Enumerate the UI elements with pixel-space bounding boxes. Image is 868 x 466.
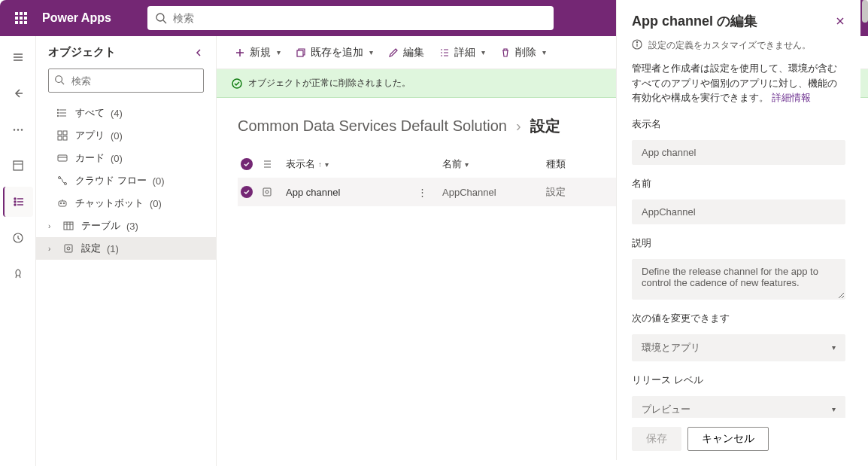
svg-point-19	[17, 129, 18, 130]
type-icon-column	[262, 159, 280, 169]
tree-item-cards[interactable]: カード (0)	[36, 147, 216, 169]
cmd-add-existing[interactable]: 既存を追加 ▾	[290, 41, 379, 64]
global-search-input[interactable]	[147, 6, 554, 30]
cmd-label: 既存を追加	[311, 46, 363, 59]
info-icon	[632, 39, 642, 52]
breadcrumb-solution[interactable]: Common Data Services Default Solution	[238, 117, 507, 135]
brand-title: Power Apps	[42, 11, 111, 25]
rail-objects[interactable]	[3, 187, 33, 217]
setting-icon	[262, 187, 280, 197]
tree-item-settings[interactable]: › 設定 (1)	[36, 237, 216, 260]
info-message: 設定の定義をカスタマイズできません。	[632, 39, 845, 52]
chevron-down-icon: ▾	[369, 48, 373, 56]
chevron-down-icon: ▾	[832, 343, 836, 352]
scrollbar-thumb[interactable]	[862, 0, 868, 23]
svg-line-10	[163, 20, 166, 23]
close-panel-button[interactable]	[835, 16, 845, 26]
chevron-right-icon: ›	[48, 222, 57, 230]
rail-more[interactable]	[3, 114, 33, 145]
tree-item-apps[interactable]: アプリ (0)	[36, 124, 216, 147]
objects-tree: すべて (4) アプリ (0) カード (0) クラウド フロー (0)	[36, 102, 216, 260]
search-icon	[54, 75, 65, 85]
svg-line-31	[62, 82, 65, 85]
cmd-label: 詳細	[454, 46, 475, 59]
svg-rect-8	[24, 21, 27, 24]
checked-icon	[241, 158, 253, 170]
svg-rect-58	[297, 50, 303, 56]
waffle-icon	[15, 12, 27, 24]
col-name[interactable]: 名前 ▾	[442, 157, 540, 171]
tree-item-count: (3)	[126, 221, 138, 232]
svg-point-9	[156, 14, 164, 21]
plus-icon	[235, 47, 245, 58]
svg-rect-38	[58, 131, 62, 135]
cmd-label: 編集	[403, 46, 424, 59]
checked-icon	[241, 186, 253, 198]
svg-point-70	[266, 190, 269, 193]
svg-point-37	[57, 115, 59, 117]
objects-search-input[interactable]	[48, 69, 204, 93]
svg-rect-41	[63, 136, 67, 140]
field-label-name: 名前	[632, 177, 845, 190]
tree-item-label: カード	[75, 151, 105, 165]
tree-item-flows[interactable]: クラウド フロー (0)	[36, 169, 216, 192]
field-label-release: リリース レベル	[632, 373, 845, 387]
rail-history[interactable]	[3, 223, 33, 253]
bot-icon	[57, 198, 69, 209]
cmd-new[interactable]: 新規 ▾	[229, 41, 287, 64]
info-text: 設定の定義をカスタマイズできません。	[648, 39, 811, 52]
row-more-button[interactable]: ⋮	[417, 187, 427, 198]
row-checkbox[interactable]	[238, 186, 256, 198]
svg-point-55	[67, 247, 70, 250]
collapse-panel-button[interactable]	[193, 47, 204, 58]
rail-overview[interactable]	[3, 151, 33, 181]
tree-item-count: (0)	[153, 175, 165, 187]
field-release-select[interactable]: プレビュー ▾	[632, 396, 845, 419]
tree-item-label: すべて	[75, 106, 105, 120]
field-label-description: 説明	[632, 236, 845, 250]
tree-item-label: チャットボット	[75, 196, 144, 210]
svg-point-25	[14, 201, 16, 203]
panel-footer: 保存 キャンセル	[617, 418, 860, 460]
tree-item-chatbots[interactable]: チャットボット (0)	[36, 192, 216, 215]
tree-item-tables[interactable]: › テーブル (3)	[36, 215, 216, 237]
add-existing-icon	[296, 47, 306, 58]
svg-rect-40	[58, 136, 62, 140]
app-icon	[57, 130, 69, 141]
svg-rect-3	[15, 17, 18, 20]
svg-rect-4	[20, 17, 23, 20]
select-all-checkbox[interactable]	[238, 158, 256, 170]
rail-back[interactable]	[3, 78, 33, 108]
field-changeable-select[interactable]: 環境とアプリ ▾	[632, 334, 845, 361]
svg-rect-5	[24, 17, 27, 20]
svg-point-35	[57, 109, 59, 111]
cmd-edit[interactable]: 編集	[382, 41, 430, 64]
cancel-button[interactable]: キャンセル	[687, 427, 769, 451]
cmd-delete[interactable]: 削除 ▾	[494, 41, 552, 64]
field-label-changeable: 次の値を変更できます	[632, 312, 845, 325]
cmd-details[interactable]: 詳細 ▾	[433, 41, 491, 64]
row-name: AppChannel	[442, 187, 540, 198]
tree-item-label: テーブル	[81, 219, 120, 233]
details-icon	[439, 47, 450, 58]
tree-item-all[interactable]: すべて (4)	[36, 102, 216, 124]
rail-rocket[interactable]	[3, 259, 33, 289]
col-display-name[interactable]: 表示名↑▾	[286, 157, 436, 171]
svg-rect-54	[65, 245, 72, 252]
col-type[interactable]: 種類	[546, 157, 591, 171]
svg-rect-39	[63, 131, 67, 135]
left-rail	[0, 36, 36, 466]
cmd-label: 新規	[250, 46, 271, 59]
svg-rect-21	[14, 161, 23, 170]
field-display-name: App channel	[632, 140, 845, 165]
more-info-link[interactable]: 詳細情報	[772, 92, 811, 103]
waffle-button[interactable]	[6, 3, 36, 33]
tree-item-label: 設定	[81, 242, 101, 255]
svg-rect-2	[24, 12, 27, 15]
sort-asc-icon: ↑	[318, 160, 322, 169]
row-display-name: App channel	[286, 187, 340, 198]
rail-hamburger[interactable]	[3, 42, 33, 72]
row-type: 設定	[546, 185, 591, 199]
svg-point-30	[56, 76, 62, 83]
svg-rect-0	[15, 12, 18, 15]
